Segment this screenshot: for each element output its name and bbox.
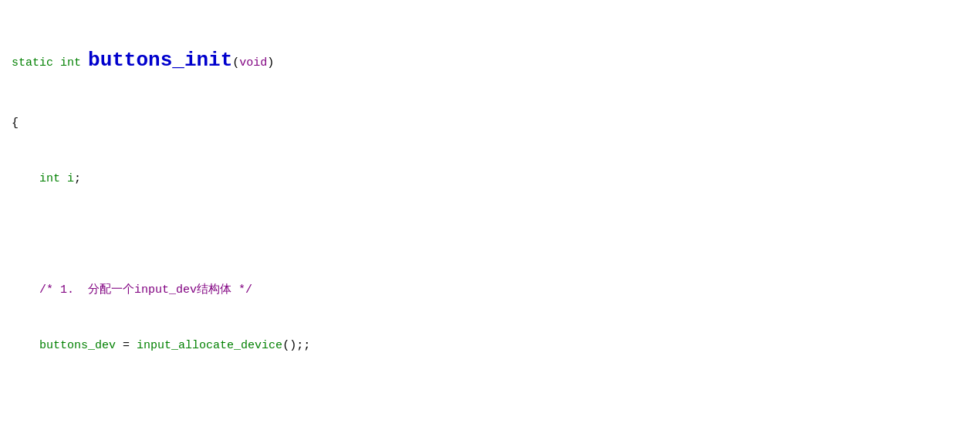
var-buttons-dev: buttons_dev [39, 339, 116, 352]
line-empty-2 [12, 392, 968, 411]
comment-1: /* 1. 分配一个input_dev结构体 */ [39, 283, 252, 297]
keyword-static: static [12, 56, 53, 70]
var-i: i [67, 172, 74, 185]
func-input-allocate: input_allocate_device [137, 339, 282, 352]
paren-close: ) [267, 56, 274, 70]
code-container: static int buttons_init(void) { int i; /… [12, 8, 968, 424]
line-comment-1: /* 1. 分配一个input_dev结构体 */ [12, 281, 968, 300]
keyword-void: void [239, 56, 267, 70]
keyword-int: int [60, 56, 81, 70]
function-name: buttons_init [88, 49, 232, 72]
line-var-decl: int i; [12, 170, 968, 188]
brace-open: { [12, 117, 19, 130]
paren-open: ( [232, 56, 239, 70]
keyword-int-2: int [39, 172, 60, 185]
semicolon-1: ; [74, 172, 81, 185]
line-stmt-1: buttons_dev = input_allocate_device();; [12, 337, 968, 355]
line-function-header: static int buttons_init(void) [12, 45, 968, 77]
line-empty-1 [12, 226, 968, 244]
line-open-brace: { [12, 114, 968, 133]
